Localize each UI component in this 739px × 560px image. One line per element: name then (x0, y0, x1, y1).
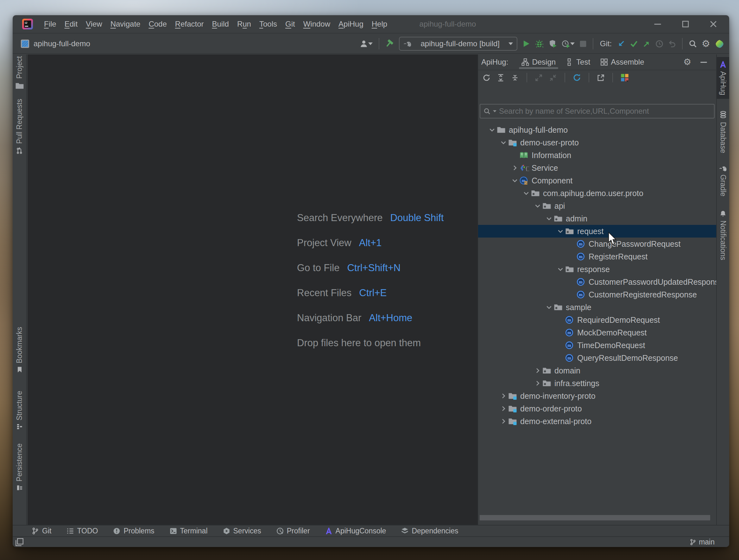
tree-item-request[interactable]: request (478, 225, 716, 238)
search-everywhere-button[interactable] (689, 39, 697, 48)
toolwindow-problems[interactable]: Problems (113, 527, 154, 535)
chevron-right-icon[interactable] (510, 164, 520, 172)
run-coverage-button[interactable] (548, 39, 557, 48)
stripe-tab-notifications[interactable]: Notifications (717, 210, 729, 260)
toolwindow-git[interactable]: Git (32, 527, 51, 535)
sync-button[interactable] (573, 74, 581, 82)
collapse-window-button[interactable] (549, 74, 557, 82)
tree-item-customerregisteredresponse[interactable]: m CustomerRegisteredResponse (478, 288, 716, 301)
chevron-down-icon[interactable] (510, 177, 520, 184)
minimize-button[interactable] (644, 15, 672, 33)
tree-item-component[interactable]: m Component (478, 174, 716, 187)
apihug-search-input[interactable] (499, 107, 711, 116)
menu-code[interactable]: Code (144, 15, 171, 33)
chevron-right-icon[interactable] (499, 392, 508, 400)
toolwindow-profiler[interactable]: Profiler (276, 527, 310, 535)
expand-all-button[interactable] (497, 74, 505, 82)
debug-button[interactable] (535, 39, 544, 48)
horizontal-scrollbar[interactable] (480, 515, 710, 521)
run-button[interactable] (522, 39, 530, 48)
menu-help[interactable]: Help (367, 15, 391, 33)
toolwindow-terminal[interactable]: Terminal (170, 527, 208, 535)
close-button[interactable] (700, 15, 727, 33)
tab-assemble[interactable]: Assemble (595, 54, 649, 70)
menu-view[interactable]: View (82, 15, 106, 33)
tree-item-demo-user-proto[interactable]: demo-user-proto (478, 136, 716, 149)
tree-item-information[interactable]: Information (478, 149, 716, 161)
git-commit-button[interactable] (630, 39, 638, 48)
layout-toggle-button[interactable] (15, 538, 24, 546)
collapse-all-button[interactable] (511, 74, 519, 82)
profiler-button[interactable] (562, 39, 575, 48)
git-push-button[interactable] (643, 40, 651, 48)
refresh-button[interactable] (482, 74, 490, 82)
chevron-down-icon[interactable] (556, 228, 565, 235)
tab-test[interactable]: Test (561, 54, 595, 70)
tab-design[interactable]: Design (516, 54, 561, 70)
stop-button[interactable] (579, 40, 587, 47)
user-account-button[interactable] (359, 39, 373, 48)
chevron-right-icon[interactable] (499, 417, 508, 425)
stripe-tab-persistence[interactable]: Persistence (13, 443, 26, 491)
tree-item-mockdemorequest[interactable]: m MockDemoRequest (478, 326, 716, 339)
build-button[interactable] (385, 39, 394, 48)
chevron-right-icon[interactable] (533, 380, 542, 387)
tree-item-changepasswordrequest[interactable]: m ChangePasswordRequest (478, 238, 716, 250)
open-external-button[interactable] (597, 74, 605, 82)
tree-item-requireddemorequest[interactable]: m RequiredDemoRequest (478, 313, 716, 326)
maximize-button[interactable] (672, 15, 700, 33)
chevron-right-icon[interactable] (499, 405, 508, 412)
menu-navigate[interactable]: Navigate (106, 15, 145, 33)
toolwindow-dependencies[interactable]: Dependencies (401, 527, 458, 535)
menu-git[interactable]: Git (281, 15, 299, 33)
git-update-button[interactable] (617, 40, 625, 48)
chevron-down-icon[interactable] (522, 189, 531, 197)
stripe-tab-database[interactable]: Database (717, 111, 729, 153)
menu-window[interactable]: Window (299, 15, 334, 33)
chevron-down-icon[interactable] (556, 265, 565, 273)
stripe-tab-structure[interactable]: Structure (13, 391, 26, 430)
tree-item-admin[interactable]: admin (478, 212, 716, 225)
tree-item-response[interactable]: response (478, 263, 716, 276)
tree-item-infra.settings[interactable]: infra.settings (478, 377, 716, 390)
tree-item-queryresultdemoresponse[interactable]: m QueryResultDemoResponse (478, 352, 716, 364)
tree-item-timedemorequest[interactable]: m TimeDemoRequest (478, 339, 716, 352)
chevron-right-icon[interactable] (533, 367, 542, 374)
tree-item-demo-inventory-proto[interactable]: demo-inventory-proto (478, 390, 716, 402)
hide-panel-icon[interactable] (700, 58, 708, 66)
tree-item-com.apihug.demo.user.proto[interactable]: com.apihug.demo.user.proto (478, 187, 716, 199)
menu-edit[interactable]: Edit (60, 15, 82, 33)
gear-icon[interactable]: ⚙ (683, 58, 691, 66)
apihug-plugin-button[interactable] (715, 39, 724, 48)
toolwindow-todo[interactable]: TODO (66, 527, 98, 535)
chevron-down-icon[interactable] (499, 139, 508, 146)
tree-item-apihug-full-demo[interactable]: apihug-full-demo (478, 124, 716, 136)
toolwindow-apihugconsole[interactable]: ApiHugConsole (325, 527, 386, 535)
category-filter-button[interactable] (621, 74, 629, 82)
stripe-tab-bookmarks[interactable]: Bookmarks (13, 327, 26, 373)
run-configuration-select[interactable]: apihug-full-demo [build] (399, 37, 518, 51)
stripe-tab-pull-requests[interactable]: Pull Requests (13, 99, 26, 154)
tree-item-service[interactable]: {} Service (478, 161, 716, 174)
expand-window-button[interactable] (535, 74, 543, 82)
menu-file[interactable]: File (40, 15, 60, 33)
tree-item-demo-order-proto[interactable]: demo-order-proto (478, 402, 716, 415)
chevron-down-icon[interactable] (533, 202, 542, 210)
chevron-down-icon[interactable] (487, 126, 497, 134)
tree-item-registerrequest[interactable]: m RegisterRequest (478, 250, 716, 263)
stripe-tab-gradle[interactable]: Gradle (717, 165, 729, 196)
project-widget[interactable]: apihug-full-demo (20, 39, 90, 48)
menu-apihug[interactable]: ApiHug (334, 15, 367, 33)
stripe-tab-apihug[interactable]: ApiHug (717, 57, 729, 99)
toolwindow-services[interactable]: Services (223, 527, 261, 535)
menu-refactor[interactable]: Refactor (171, 15, 208, 33)
git-branch-widget[interactable]: main (690, 538, 715, 546)
tree-item-demo-external-proto[interactable]: demo-external-proto (478, 415, 716, 428)
git-history-button[interactable] (655, 40, 663, 48)
tree-item-api[interactable]: api (478, 199, 716, 212)
tree-item-sample[interactable]: sample (478, 301, 716, 313)
menu-run[interactable]: Run (233, 15, 255, 33)
settings-button[interactable]: ⚙ (702, 39, 710, 48)
tree-item-customerpasswordupdatedresponse[interactable]: m CustomerPasswordUpdatedResponse (478, 276, 716, 288)
tree-item-domain[interactable]: domain (478, 364, 716, 377)
